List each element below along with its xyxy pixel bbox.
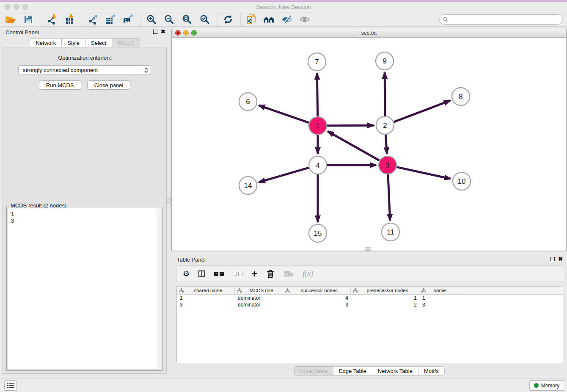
graph-edge-2-9[interactable] [385, 72, 385, 116]
table-row[interactable]: 3dominator323 [177, 301, 563, 308]
tab-node-table[interactable]: Node Table [294, 366, 333, 375]
table-row[interactable]: 1dominator411 [177, 295, 563, 301]
horizontal-splitter-handle[interactable] [365, 247, 371, 251]
node-table[interactable]: shared nameMCDS rolesuccessor nodesprede… [176, 286, 563, 363]
optimization-criterion-label: Optimization criterion: [3, 55, 166, 61]
graph-edge-3-10[interactable] [396, 167, 450, 179]
column-header-shared-name[interactable]: shared name [177, 287, 235, 294]
vertical-splitter-handle[interactable] [166, 197, 171, 203]
column-type-icon [353, 288, 358, 293]
mcds-result-scrollbar[interactable] [156, 208, 161, 369]
new-network-from-selection-icon[interactable] [245, 14, 258, 25]
search-box[interactable] [439, 14, 563, 25]
tab-motifs[interactable]: Motifs [418, 366, 445, 375]
graph-node-label-10: 10 [458, 177, 466, 185]
toolbar-separator [217, 14, 217, 25]
graph-edge-3-1[interactable] [328, 131, 380, 160]
tab-edge-table[interactable]: Edge Table [333, 366, 372, 375]
table-cell[interactable]: 3 [177, 301, 235, 308]
graph-edge-1-2[interactable] [327, 125, 374, 126]
graph-edge-1-7[interactable] [317, 73, 317, 116]
export-image-glyph [123, 14, 134, 25]
add-row-icon[interactable]: + [251, 270, 257, 278]
run-mcds-button[interactable]: Run MCDS [39, 80, 81, 90]
import-network-icon[interactable] [45, 14, 58, 25]
column-chooser-icon[interactable] [198, 271, 205, 277]
table-cell[interactable]: dominator [235, 295, 283, 301]
graph-edge-3-11[interactable] [388, 174, 390, 221]
task-history-button[interactable] [4, 380, 17, 391]
hide-selected-icon[interactable] [281, 14, 293, 25]
float-panel-icon[interactable] [153, 30, 157, 34]
table-header-row[interactable]: shared nameMCDS rolesuccessor nodesprede… [177, 287, 563, 295]
column-header-name[interactable]: name [419, 287, 455, 294]
import-table-icon[interactable] [63, 14, 76, 25]
table-delete-glyph [284, 271, 294, 277]
tab-select[interactable]: Select [85, 38, 112, 47]
apply-preferred-layout-icon[interactable] [222, 14, 234, 25]
graph-node-label-2: 2 [383, 121, 387, 130]
delete-row-icon[interactable] [266, 269, 275, 278]
export-table-icon[interactable] [104, 14, 117, 25]
function-builder-icon: f(x) [303, 269, 313, 278]
dropdown-stepper-icon [144, 67, 148, 73]
zoom-fit-icon[interactable] [181, 14, 193, 25]
search-icon [443, 17, 449, 22]
save-session-icon[interactable] [22, 14, 35, 25]
toolbar-separator [140, 14, 141, 25]
table-cell[interactable]: dominator [235, 301, 283, 308]
memory-button[interactable]: Memory [529, 380, 564, 391]
close-table-panel-icon[interactable]: ✖ [558, 257, 563, 261]
close-panel-icon[interactable]: ✖ [161, 30, 165, 34]
network-view-window: ✕ − + scc.txt 7968124314101511 [171, 28, 567, 251]
graph-edge-2-8[interactable] [394, 101, 450, 122]
graph-edge-1-6[interactable] [259, 105, 309, 123]
graph-edge-4-14[interactable] [259, 168, 309, 182]
mcds-result-text: 1 3 [11, 210, 14, 225]
import-table-glyph [64, 14, 74, 25]
export-image-icon[interactable] [122, 14, 135, 25]
network-canvas[interactable]: 7968124314101511 [172, 38, 566, 251]
first-neighbors-icon[interactable] [263, 14, 275, 25]
table-panel-title: Table Panel [177, 257, 206, 263]
tab-network-table[interactable]: Network Table [372, 366, 418, 375]
control-panel: Control Panel ✖ Network Style Select MCD… [0, 27, 170, 378]
float-table-panel-icon[interactable] [550, 257, 555, 261]
column-header-predecessor-nodes[interactable]: predecessor nodes [351, 287, 419, 294]
search-input[interactable] [451, 17, 562, 22]
deselect-all-icon[interactable] [233, 272, 242, 276]
zoom-out-icon[interactable] [163, 14, 176, 25]
table-cell[interactable]: 1 [177, 295, 235, 301]
memory-status-icon [534, 383, 539, 388]
tab-network[interactable]: Network [30, 38, 62, 47]
graph-edge-2-3[interactable] [385, 135, 387, 154]
list-icon [7, 382, 14, 389]
column-header-successor-nodes[interactable]: successor nodes [283, 287, 351, 294]
table-cell[interactable]: 3 [419, 301, 455, 308]
show-all-icon[interactable] [298, 14, 311, 25]
column-header-MCDS-role[interactable]: MCDS role [235, 287, 283, 294]
graph-node-label-7: 7 [315, 58, 319, 66]
close-panel-button[interactable]: Close panel [87, 80, 131, 90]
column-type-icon [285, 288, 290, 293]
table-settings-icon[interactable]: ⚙ [183, 269, 190, 279]
open-session-icon[interactable] [4, 14, 17, 25]
zoom-selected-icon[interactable] [198, 14, 211, 25]
network-window-titlebar[interactable]: ✕ − + scc.txt [172, 28, 566, 38]
table-panel: Table Panel ✖ ⚙ ✓✓ + [171, 254, 567, 378]
column-type-icon [179, 288, 184, 293]
export-network-icon[interactable] [86, 14, 99, 25]
select-all-icon[interactable]: ✓✓ [214, 272, 224, 276]
tab-style[interactable]: Style [62, 38, 85, 47]
table-cell[interactable]: 4 [283, 295, 351, 301]
table-cell[interactable]: 2 [351, 301, 419, 308]
column-header-label: name [426, 288, 455, 293]
magnifier-minus-glyph [164, 14, 174, 25]
table-cell[interactable]: 3 [283, 301, 351, 308]
table-tabs: Node Table Edge Table Network Table Moti… [294, 366, 444, 375]
tab-mcds[interactable]: MCDS [112, 38, 140, 47]
table-cell[interactable]: 1 [351, 295, 419, 301]
table-cell[interactable]: 1 [419, 295, 455, 301]
zoom-in-icon[interactable] [145, 14, 158, 25]
optimization-criterion-select[interactable]: strongly connected component [18, 65, 151, 75]
